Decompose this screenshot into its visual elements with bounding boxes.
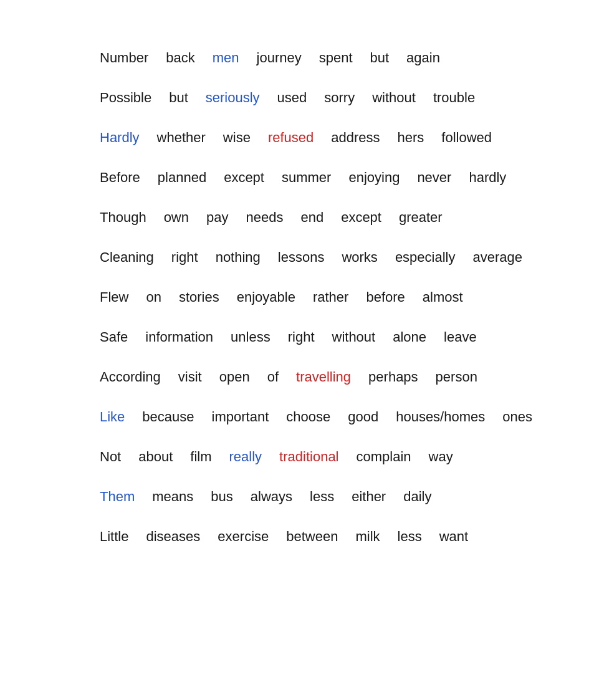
word-2-4: address <box>331 130 380 146</box>
word-1-2: seriously <box>206 90 260 106</box>
word-0-6: again <box>406 50 440 66</box>
word-1-6: trouble <box>433 90 475 106</box>
word-4-3: needs <box>246 209 283 226</box>
word-6-4: rather <box>313 289 348 305</box>
word-7-1: information <box>145 329 213 345</box>
word-row-3: Beforeplannedexceptsummerenjoyingneverha… <box>100 170 489 186</box>
word-row-10: Notaboutfilmreallytraditionalcomplainway <box>100 449 489 465</box>
word-1-1: but <box>169 90 188 106</box>
word-2-5: hers <box>398 130 424 146</box>
word-8-5: perhaps <box>368 369 418 385</box>
word-10-0: Not <box>100 449 121 465</box>
word-4-4: end <box>300 209 323 226</box>
word-11-1: means <box>152 489 193 505</box>
word-12-2: exercise <box>218 529 269 545</box>
word-11-6: daily <box>403 489 431 505</box>
word-row-7: Safeinformationunlessrightwithoutalonele… <box>100 329 489 345</box>
word-5-5: especially <box>395 249 456 266</box>
word-5-1: right <box>171 249 198 266</box>
word-11-3: always <box>251 489 292 505</box>
word-12-1: diseases <box>146 529 200 545</box>
word-row-9: Likebecauseimportantchoosegoodhouses/hom… <box>100 409 489 425</box>
word-6-6: almost <box>423 289 463 305</box>
word-11-5: either <box>352 489 386 505</box>
word-row-5: Cleaningrightnothinglessonsworksespecial… <box>100 249 489 266</box>
word-2-3: refused <box>268 130 314 146</box>
word-12-5: less <box>398 529 422 545</box>
word-8-4: travelling <box>296 369 351 385</box>
word-8-6: person <box>436 369 477 385</box>
word-3-6: hardly <box>469 170 506 186</box>
word-10-1: about <box>138 449 173 465</box>
word-2-2: wise <box>223 130 251 146</box>
word-4-0: Though <box>100 209 146 226</box>
word-10-5: complain <box>357 449 411 465</box>
word-6-5: before <box>366 289 405 305</box>
word-row-11: Themmeansbusalwayslesseitherdaily <box>100 489 489 505</box>
word-8-2: open <box>219 369 250 385</box>
word-row-4: Thoughownpayneedsendexceptgreater <box>100 209 489 226</box>
word-8-3: of <box>267 369 279 385</box>
word-0-4: spent <box>319 50 353 66</box>
word-5-0: Cleaning <box>100 249 154 266</box>
word-4-1: own <box>164 209 189 226</box>
word-1-5: without <box>372 90 416 106</box>
word-1-0: Possible <box>100 90 151 106</box>
word-4-6: greater <box>399 209 443 226</box>
word-9-4: good <box>348 409 378 425</box>
word-row-8: Accordingvisitopenoftravellingperhapsper… <box>100 369 489 385</box>
word-8-0: According <box>100 369 161 385</box>
word-6-0: Flew <box>100 289 128 305</box>
word-10-4: traditional <box>279 449 338 465</box>
word-10-2: film <box>190 449 211 465</box>
word-1-4: sorry <box>324 90 355 106</box>
word-12-6: want <box>439 529 468 545</box>
word-3-4: enjoying <box>348 170 400 186</box>
word-3-2: except <box>224 170 264 186</box>
word-3-1: planned <box>158 170 206 186</box>
word-11-4: less <box>310 489 334 505</box>
word-11-0: Them <box>100 489 135 505</box>
word-9-6: ones <box>502 409 532 425</box>
word-3-3: summer <box>282 170 331 186</box>
word-5-3: lessons <box>278 249 325 266</box>
word-7-6: leave <box>444 329 477 345</box>
word-7-3: right <box>288 329 315 345</box>
word-row-12: Littlediseasesexercisebetweenmilklesswan… <box>100 529 489 545</box>
word-6-2: stories <box>179 289 219 305</box>
word-row-1: Possiblebutseriouslyusedsorrywithouttrou… <box>100 90 489 106</box>
word-4-2: pay <box>206 209 228 226</box>
word-9-1: because <box>142 409 194 425</box>
word-row-2: Hardlywhetherwiserefusedaddresshersfollo… <box>100 130 489 146</box>
word-7-5: alone <box>393 329 426 345</box>
word-0-3: journey <box>257 50 302 66</box>
word-12-0: Little <box>100 529 128 545</box>
word-9-5: houses/homes <box>396 409 485 425</box>
word-2-0: Hardly <box>100 130 140 146</box>
word-7-0: Safe <box>100 329 128 345</box>
word-3-5: never <box>417 170 451 186</box>
word-7-4: without <box>332 329 376 345</box>
word-0-2: men <box>213 50 239 66</box>
word-6-1: on <box>146 289 161 305</box>
word-6-3: enjoyable <box>237 289 295 305</box>
word-9-3: choose <box>286 409 330 425</box>
word-0-1: back <box>166 50 194 66</box>
word-0-0: Number <box>100 50 148 66</box>
main-page: NumberbackmenjourneyspentbutagainPossibl… <box>0 0 589 700</box>
word-7-2: unless <box>231 329 271 345</box>
word-9-2: important <box>212 409 269 425</box>
word-12-4: milk <box>355 529 380 545</box>
word-2-1: whether <box>157 130 206 146</box>
word-0-5: but <box>370 50 390 66</box>
word-4-5: except <box>341 209 381 226</box>
word-1-3: used <box>277 90 307 106</box>
word-11-2: bus <box>211 489 232 505</box>
word-12-3: between <box>286 529 338 545</box>
word-row-0: Numberbackmenjourneyspentbutagain <box>100 50 489 66</box>
word-3-0: Before <box>100 170 140 186</box>
word-5-2: nothing <box>216 249 261 266</box>
word-row-6: Flewonstoriesenjoyableratherbeforealmost <box>100 289 489 305</box>
word-2-6: followed <box>441 130 492 146</box>
word-5-6: average <box>472 249 522 266</box>
